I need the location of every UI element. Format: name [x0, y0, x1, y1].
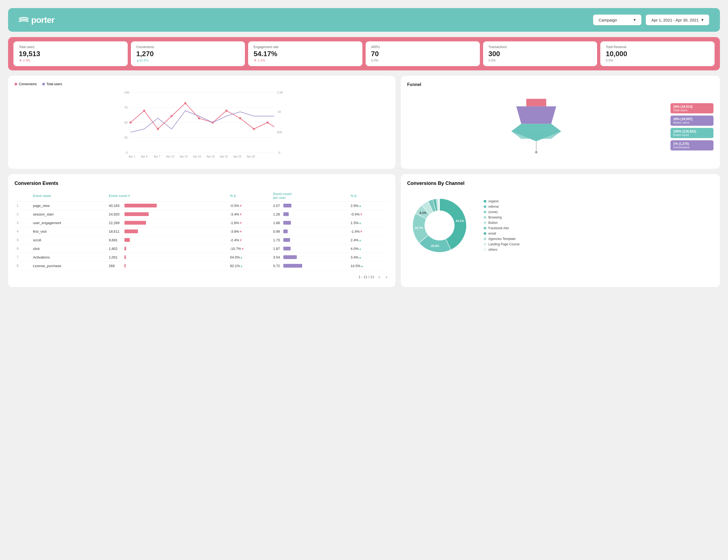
per-user-bar	[283, 255, 297, 259]
row-per-user: 0.99	[271, 227, 348, 236]
stat-value: 19,513	[19, 50, 122, 58]
stat-value: 54.17%	[254, 50, 357, 58]
svg-marker-36	[516, 106, 556, 124]
row-event-name: click	[31, 244, 106, 253]
donut-legend: organic referral (none) Browsing Button …	[484, 200, 520, 252]
count-bar	[124, 238, 130, 242]
next-page-button[interactable]: ›	[384, 274, 389, 280]
funnel-pct: 100% (118,832)	[673, 130, 711, 133]
svg-point-16	[157, 128, 159, 130]
row-per-user: 1.28	[271, 210, 348, 219]
table-header-row: Event name Event count ▾ % Δ Event count…	[15, 191, 389, 202]
svg-point-22	[239, 117, 241, 119]
row-event-name: Activations	[31, 253, 106, 262]
per-user-bar	[283, 230, 288, 233]
donut-legend-dot	[484, 222, 486, 224]
row-per-user: 2.07	[271, 201, 348, 210]
donut-legend-item: Button	[484, 221, 520, 225]
funnel-legend-item: 16% (19,513) Total users	[670, 103, 713, 113]
per-user-bar	[283, 212, 289, 216]
svg-text:Apr 4: Apr 4	[141, 155, 147, 158]
row-event-name: session_start	[31, 210, 106, 219]
row-per-user: 1.87	[271, 244, 348, 253]
donut-legend-item: email	[484, 232, 520, 236]
campaign-chevron-icon: ▾	[634, 17, 636, 22]
svg-point-40	[535, 151, 537, 154]
donut-legend-label: Landing Page Course	[488, 243, 520, 246]
stat-card: Conversions 1,270 ▲60.8%	[131, 41, 245, 66]
donut-label: 20.6%	[431, 244, 439, 247]
donut-legend-dot	[484, 211, 486, 213]
porter-logo-icon	[19, 16, 28, 24]
channel-panel: Conversions By Channel 43.1%20.6%18.7%6.…	[401, 174, 720, 287]
stat-change: 0.0%	[371, 59, 474, 62]
svg-point-17	[170, 115, 173, 117]
per-user-bar	[283, 264, 302, 268]
funnel-pct: 1% (1,270)	[673, 142, 711, 146]
campaign-dropdown[interactable]: Campaign ▾	[593, 15, 641, 25]
row-count: 24,920	[107, 210, 228, 219]
stat-change: ▲60.8%	[136, 59, 240, 62]
pagination-label: 1 - 11 / 11	[358, 275, 374, 279]
logo: porter	[19, 15, 54, 25]
donut-container: 43.1%20.6%18.7%6.1% organic referral (no…	[407, 191, 713, 261]
stat-value: 10,000	[606, 50, 709, 58]
svg-point-15	[143, 110, 145, 112]
prev-page-button[interactable]: ‹	[377, 274, 381, 280]
count-bar	[124, 204, 157, 208]
row-change1: -3.4%▼	[228, 210, 271, 219]
date-range-dropdown[interactable]: Apr 1, 2021 - Apr 30, 2021 ▾	[646, 15, 709, 25]
row-change2: 2.4%▲	[348, 236, 389, 244]
funnel-title: Funnel	[407, 82, 713, 87]
funnel-sublabel: Total users	[673, 109, 711, 112]
svg-text:0: 0	[126, 151, 127, 154]
stat-label: Total users	[19, 45, 122, 49]
channel-title: Conversions By Channel	[407, 181, 713, 186]
per-user-bar	[283, 238, 290, 242]
donut-legend-item: organic	[484, 200, 520, 203]
col-event-count[interactable]: Event count ▾	[107, 191, 228, 202]
campaign-label: Campaign	[599, 18, 617, 22]
line-chart-svg: 100 75 50 25 0 1.5K 1K 500 0	[15, 89, 389, 159]
col-event-per-user[interactable]: Event countper user	[271, 191, 348, 202]
donut-legend-dot	[484, 238, 486, 240]
conversion-events-title: Conversion Events	[15, 181, 389, 186]
row-change1: -2.4%▼	[228, 236, 271, 244]
row-change1: -3.8%▼	[228, 227, 271, 236]
row-event-name: License_purchase	[31, 262, 106, 270]
funnel-pct: 16% (19,507)	[673, 117, 711, 121]
donut-legend-item: Facebook Ads	[484, 226, 520, 230]
row-change2: 3.4%▲	[348, 253, 389, 262]
stat-card: Engagement rate 54.17% ▼-1.4%	[248, 41, 362, 66]
funnel-sublabel: Conversions	[673, 146, 711, 149]
funnel-chart-svg-wrap	[407, 91, 665, 162]
svg-text:Apr 13: Apr 13	[180, 155, 188, 158]
per-user-bar	[283, 204, 291, 208]
funnel-legend-item: 16% (19,507) Active users	[670, 116, 713, 126]
donut-legend-dot	[484, 200, 486, 203]
stat-value: 300	[488, 50, 592, 58]
row-count: 269	[107, 262, 228, 270]
row-change2: 1.5%▲	[348, 219, 389, 227]
count-bar	[124, 212, 149, 216]
date-chevron-icon: ▾	[701, 17, 704, 22]
col-num	[15, 191, 31, 202]
stat-card: Total Revenue 10,000 0.0%	[600, 41, 715, 66]
stat-label: Engagement rate	[254, 45, 357, 49]
svg-text:Apr 7: Apr 7	[154, 155, 160, 158]
row-num: 4.	[15, 227, 31, 236]
funnel-pct: 16% (19,513)	[673, 105, 711, 109]
row-num: 1.	[15, 201, 31, 210]
donut-legend-item: others	[484, 248, 520, 252]
donut-legend-item: Landing Page Course	[484, 243, 520, 246]
legend-dot	[15, 83, 17, 86]
header: porter Campaign ▾ Apr 1, 2021 - Apr 30, …	[8, 8, 720, 32]
row-count: 40,183	[107, 201, 228, 210]
row-num: 5.	[15, 236, 31, 244]
svg-marker-38	[511, 131, 561, 139]
donut-legend-label: email	[488, 232, 496, 236]
row-per-user: 3.54	[271, 253, 348, 262]
col-event-name[interactable]: Event name	[31, 191, 106, 202]
stat-change: ▼-1.4%	[254, 59, 357, 62]
donut-legend-item: Browsing	[484, 216, 520, 219]
